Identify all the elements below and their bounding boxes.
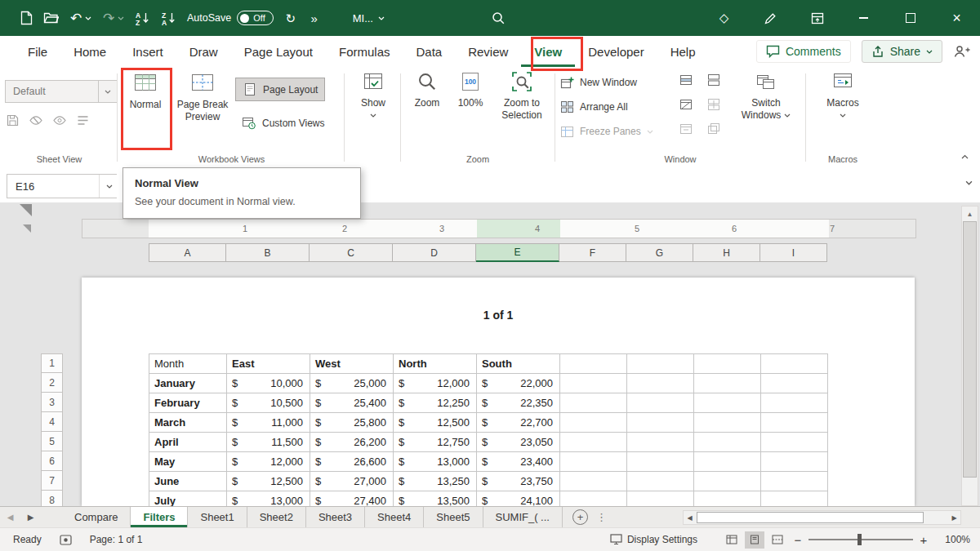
macros-button[interactable]: Macros: [813, 70, 872, 118]
column-header-f[interactable]: F: [559, 243, 626, 262]
cell-month-header[interactable]: Month: [149, 354, 227, 374]
cell-month[interactable]: January: [149, 374, 227, 393]
cell-east-header[interactable]: East: [227, 354, 310, 374]
new-sheet-view-icon[interactable]: [52, 113, 67, 127]
row-header[interactable]: 6: [41, 451, 63, 471]
zoom-100-button[interactable]: 100 100%: [451, 70, 490, 109]
formula-bar-expand-icon[interactable]: [965, 180, 973, 185]
keep-sheet-view-icon[interactable]: [6, 113, 20, 127]
page-break-preview-button[interactable]: Page Break Preview: [170, 70, 235, 123]
ribbon-tab-formulas[interactable]: Formulas: [326, 36, 403, 67]
zoom-in-button[interactable]: +: [916, 533, 931, 547]
vertical-scrollbar[interactable]: ▲: [961, 206, 978, 506]
sheet-tab-filters[interactable]: Filters: [131, 507, 188, 527]
cell-south[interactable]: $23,400: [477, 452, 560, 472]
cell-empty[interactable]: [560, 374, 627, 393]
view-page-layout-button[interactable]: [745, 531, 764, 549]
horizontal-scroll-thumb[interactable]: [697, 512, 924, 523]
cell-month[interactable]: June: [149, 472, 227, 491]
cell-north[interactable]: $12,250: [394, 393, 477, 413]
cell-empty[interactable]: [627, 472, 694, 491]
sheet-tab-sheet3[interactable]: Sheet3: [306, 507, 365, 527]
vertical-scroll-thumb[interactable]: [963, 221, 977, 478]
synchronous-scrolling-icon[interactable]: [706, 96, 722, 113]
cell-empty[interactable]: [560, 413, 627, 433]
column-header-h[interactable]: H: [693, 243, 760, 262]
cell-north[interactable]: $13,000: [394, 452, 477, 472]
column-header-i[interactable]: I: [760, 243, 827, 262]
cell-west[interactable]: $25,800: [310, 413, 394, 433]
cell-north[interactable]: $12,750: [394, 433, 477, 452]
ribbon-tab-file[interactable]: File: [15, 36, 60, 67]
cell-month[interactable]: May: [149, 452, 227, 472]
cell-south[interactable]: $23,050: [477, 433, 560, 452]
close-button[interactable]: ×: [933, 0, 980, 36]
cell-empty[interactable]: [627, 413, 694, 433]
sheet-scroll-left-icon[interactable]: ◀: [0, 507, 20, 527]
view-normal-button[interactable]: [722, 531, 742, 549]
sheet-tab-sheet4[interactable]: Sheet4: [365, 507, 424, 527]
ribbon-display-options-icon[interactable]: [794, 0, 840, 36]
cell-empty[interactable]: [761, 393, 828, 413]
cell-empty[interactable]: [627, 491, 694, 506]
cell-east[interactable]: $11,000: [227, 413, 310, 433]
cell-east[interactable]: $13,000: [227, 491, 310, 506]
horizontal-scrollbar[interactable]: ◀ ▶: [683, 510, 961, 525]
redo-button[interactable]: ↷: [102, 9, 124, 27]
cell-empty[interactable]: [761, 354, 828, 374]
row-header[interactable]: 4: [41, 412, 63, 432]
chevron-down-icon[interactable]: [98, 81, 117, 102]
draw-pen-icon[interactable]: [747, 0, 794, 36]
hide-window-icon[interactable]: [678, 96, 694, 113]
row-header[interactable]: 1: [41, 353, 63, 373]
view-page-break-button[interactable]: [768, 531, 787, 549]
cell-empty[interactable]: [627, 393, 694, 413]
ribbon-tab-data[interactable]: Data: [403, 36, 455, 67]
sheet-tab-compare[interactable]: Compare: [62, 507, 131, 527]
column-header-g[interactable]: G: [626, 243, 693, 262]
cell-empty[interactable]: [560, 393, 627, 413]
ribbon-tab-developer[interactable]: Developer: [575, 36, 657, 67]
cell-empty[interactable]: [627, 354, 694, 374]
cell-south[interactable]: $22,000: [477, 374, 560, 393]
tab-bar-divider-dots[interactable]: ⋮: [596, 511, 607, 523]
cell-empty[interactable]: [694, 452, 761, 472]
page-layout-view-button[interactable]: Page Layout: [235, 78, 325, 101]
sort-ascending-icon[interactable]: AZ: [135, 9, 150, 27]
sheet-tab-sumif[interactable]: SUMIF_( ...: [483, 507, 563, 527]
freeze-panes-button[interactable]: Freeze Panes: [560, 122, 653, 141]
zoom-out-button[interactable]: −: [791, 533, 805, 547]
cell-south[interactable]: $22,350: [477, 393, 560, 413]
cell-month[interactable]: March: [149, 413, 227, 433]
cell-east[interactable]: $12,000: [227, 452, 310, 472]
cell-empty[interactable]: [560, 354, 627, 374]
cell-empty[interactable]: [761, 413, 828, 433]
cell-west[interactable]: $25,400: [310, 393, 394, 413]
column-header-b[interactable]: B: [226, 243, 310, 262]
split-icon[interactable]: [678, 72, 694, 88]
sheet-view-options-icon[interactable]: [76, 113, 90, 127]
scroll-up-icon[interactable]: ▲: [962, 207, 978, 221]
row-header[interactable]: 8: [41, 491, 63, 506]
ribbon-tab-view[interactable]: View: [521, 36, 575, 67]
normal-view-button[interactable]: Normal: [124, 70, 167, 111]
cell-empty[interactable]: [694, 491, 761, 506]
show-button[interactable]: Show: [349, 70, 398, 118]
zoom-slider[interactable]: [808, 533, 913, 546]
cell-west[interactable]: $27,400: [310, 491, 394, 506]
autosave-pill[interactable]: Off: [237, 11, 273, 25]
cell-empty[interactable]: [761, 374, 828, 393]
document-title[interactable]: MI...: [353, 12, 385, 24]
cell-empty[interactable]: [694, 472, 761, 491]
zoom-to-selection-button[interactable]: Zoom to Selection: [493, 70, 550, 122]
cell-east[interactable]: $11,500: [227, 433, 310, 452]
name-box[interactable]: E16: [7, 174, 120, 198]
ribbon-tab-review[interactable]: Review: [455, 36, 521, 67]
sheet-tab-sheet2[interactable]: Sheet2: [247, 507, 306, 527]
sheet-tab-sheet5[interactable]: Sheet5: [424, 507, 483, 527]
autosave-toggle[interactable]: AutoSave Off: [187, 11, 274, 25]
cell-north-header[interactable]: North: [394, 354, 477, 374]
row-header[interactable]: 7: [41, 471, 63, 491]
cell-empty[interactable]: [560, 452, 627, 472]
cell-east[interactable]: $12,500: [227, 472, 310, 491]
